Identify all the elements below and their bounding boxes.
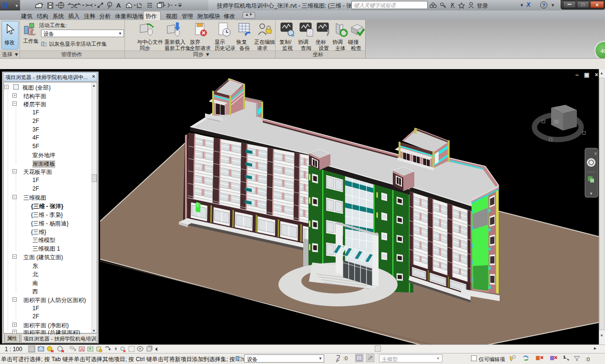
svg-text:x: x — [595, 151, 597, 156]
svg-text:III: III — [554, 119, 559, 125]
svg-text:9: 9 — [74, 348, 76, 352]
svg-text:▼: ▼ — [589, 192, 593, 196]
svg-text:1: 1 — [109, 3, 111, 6]
svg-text:A: A — [116, 2, 121, 9]
